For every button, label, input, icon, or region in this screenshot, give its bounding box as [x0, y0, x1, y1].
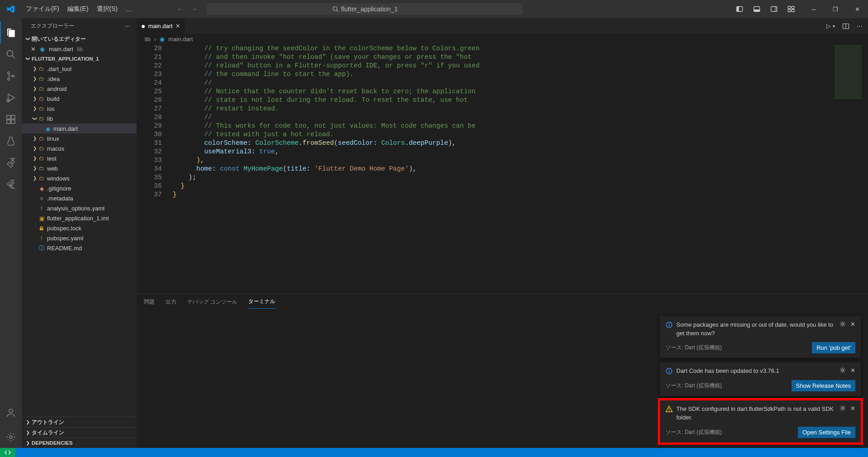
menu-file[interactable]: ファイル(F)	[22, 0, 63, 18]
tab-label: main.dart	[148, 23, 173, 29]
open-editor-name: main.dart	[49, 46, 73, 52]
panel-tab-terminal[interactable]: ターミナル	[248, 298, 275, 309]
activity-extensions[interactable]	[0, 109, 22, 130]
chevron-icon	[32, 165, 38, 171]
close-icon[interactable]: ✕	[850, 321, 855, 328]
run-dropdown-icon[interactable]: ▾	[833, 24, 835, 29]
tree-item-label: .gitignore	[47, 185, 71, 192]
activity-accounts[interactable]	[0, 402, 22, 424]
panel-tab-output[interactable]: 出力	[165, 298, 176, 309]
activity-settings[interactable]	[0, 426, 22, 448]
open-editor-item[interactable]: ✕ ◉ main.dart lib	[22, 44, 137, 54]
titlebar: ファイル(F) 編集(E) 選択(S) … ← → flutter_applic…	[0, 0, 868, 18]
tree-file[interactable]: ▣flutter_application_1.iml	[22, 213, 137, 223]
activity-search[interactable]	[0, 43, 22, 65]
tree-file[interactable]: !analysis_options.yaml	[22, 203, 137, 213]
tree-folder[interactable]: 🗀.dart_tool	[22, 64, 137, 74]
close-icon[interactable]: ✕	[31, 46, 38, 52]
notification-action-button[interactable]: Open Settings File	[798, 427, 855, 438]
breadcrumbs[interactable]: lib › ◉ main.dart	[137, 34, 868, 44]
svg-point-23	[9, 436, 12, 438]
activity-flutter-outline[interactable]	[0, 152, 22, 174]
remote-indicator[interactable]	[0, 448, 15, 457]
svg-rect-5	[754, 10, 760, 12]
minimap[interactable]	[835, 45, 862, 135]
tree-file[interactable]: ◉main.dart	[22, 124, 137, 133]
close-icon[interactable]: ✕	[850, 367, 855, 374]
tree-folder[interactable]: 🗀lib	[22, 114, 137, 124]
gear-icon[interactable]	[840, 321, 846, 328]
gear-icon[interactable]	[840, 405, 846, 412]
window-minimize-icon[interactable]: ─	[803, 0, 825, 18]
window-restore-icon[interactable]: ❐	[825, 0, 846, 18]
menu-select[interactable]: 選択(S)	[93, 0, 122, 18]
activity-explorer[interactable]	[0, 22, 22, 43]
tree-item-label: pubspec.yaml	[47, 235, 83, 242]
tree-file[interactable]: ◆.gitignore	[22, 183, 137, 193]
code-content[interactable]: // try changing the seedColor in the col…	[173, 44, 868, 294]
tree-folder[interactable]: 🗀windows	[22, 173, 137, 183]
window-close-icon[interactable]: ✕	[846, 0, 868, 18]
layout-customize-icon[interactable]	[788, 5, 795, 13]
tree-folder[interactable]: 🗀build	[22, 94, 137, 104]
code-editor[interactable]: 202122232425262728293031323334353637 // …	[137, 44, 868, 294]
dependencies-header[interactable]: DEPENDENCIES	[22, 438, 137, 448]
file-icon: ◆	[38, 185, 47, 192]
activity-flutter[interactable]	[0, 174, 22, 195]
layout-sidebar-right-icon[interactable]	[770, 5, 778, 13]
split-editor-icon[interactable]	[842, 23, 849, 30]
notification-message: Some packages are missing or out of date…	[676, 321, 836, 338]
notification-action-button[interactable]: Show Release Notes	[792, 380, 855, 391]
chevron-icon	[32, 145, 38, 152]
command-center[interactable]: flutter_application_1	[207, 3, 523, 15]
run-icon[interactable]: ▷	[826, 23, 831, 29]
layout-panel-icon[interactable]	[753, 5, 760, 13]
nav-back-icon[interactable]: ←	[177, 5, 183, 13]
sidebar-more-icon[interactable]: ⋯	[125, 23, 131, 29]
tree-file[interactable]: ≡.metadata	[22, 193, 137, 203]
project-header[interactable]: FLUTTER_APPLICATION_1	[22, 54, 137, 64]
folder-icon: 🗀	[38, 135, 45, 142]
chevron-icon	[32, 135, 38, 142]
folder-icon: 🗀	[38, 145, 45, 152]
tree-folder[interactable]: 🗀web	[22, 163, 137, 173]
tree-file[interactable]: !pubspec.yaml	[22, 233, 137, 243]
notification: Some packages are missing or out of date…	[660, 316, 861, 358]
menu-edit[interactable]: 編集(E)	[63, 0, 93, 18]
tree-item-label: web	[47, 165, 58, 172]
layout-sidebar-left-icon[interactable]	[736, 5, 743, 13]
tree-folder[interactable]: 🗀.idea	[22, 74, 137, 84]
tree-item-label: linux	[47, 135, 59, 142]
chevron-icon	[32, 105, 38, 112]
tree-folder[interactable]: 🗀android	[22, 84, 137, 94]
activity-run-debug[interactable]	[0, 87, 22, 109]
tree-folder[interactable]: 🗀test	[22, 153, 137, 163]
activity-testing[interactable]	[0, 130, 22, 152]
svg-point-33	[842, 369, 844, 371]
tree-file[interactable]: 🔒︎pubspec.lock	[22, 223, 137, 233]
tree-file[interactable]: ⓘREADME.md	[22, 243, 137, 253]
tree-folder[interactable]: 🗀ios	[22, 104, 137, 114]
breadcrumb-file[interactable]: main.dart	[168, 36, 193, 43]
open-editors-header[interactable]: 開いているエディター	[22, 34, 137, 44]
nav-forward-icon[interactable]: →	[191, 5, 198, 13]
tree-folder[interactable]: 🗀linux	[22, 133, 137, 143]
menu-more[interactable]: …	[122, 0, 136, 18]
tab-close-icon[interactable]: ✕	[175, 23, 180, 29]
outline-header[interactable]: アウトライン	[22, 417, 137, 427]
activity-source-control[interactable]	[0, 65, 22, 87]
svg-point-29	[842, 323, 844, 325]
panel-tab-problems[interactable]: 問題	[144, 298, 155, 309]
chevron-icon	[32, 86, 38, 92]
sidebar-title: エクスプローラー	[31, 22, 74, 30]
timeline-header[interactable]: タイムライン	[22, 427, 137, 438]
notification-action-button[interactable]: Run 'pub get'	[812, 342, 855, 353]
panel-tab-debug-console[interactable]: デバッグ コンソール	[187, 298, 237, 309]
breadcrumb-folder[interactable]: lib	[145, 36, 151, 43]
close-icon[interactable]: ✕	[850, 405, 855, 412]
editor-more-icon[interactable]: ⋯	[857, 23, 863, 29]
tree-item-label: .idea	[47, 76, 60, 82]
editor-tab-main-dart[interactable]: ● main.dart ✕	[137, 18, 185, 34]
gear-icon[interactable]	[840, 367, 846, 374]
tree-folder[interactable]: 🗀macos	[22, 143, 137, 153]
